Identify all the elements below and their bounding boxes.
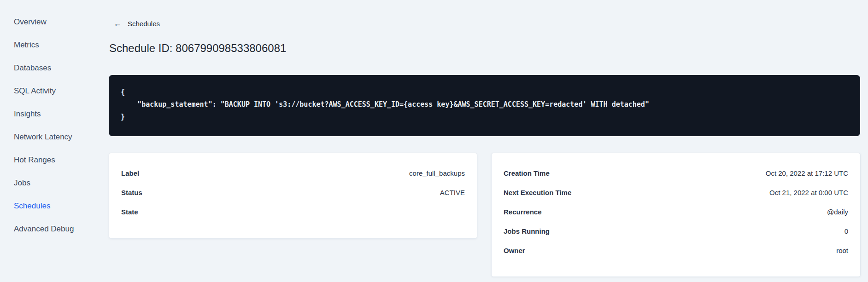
detail-value: Oct 21, 2022 at 0:00 UTC [769,189,848,196]
detail-row-label: Label core_full_backups [121,163,465,183]
sidebar-item-schedules[interactable]: Schedules [0,195,97,218]
detail-label: Status [121,189,142,196]
detail-row-next-execution-time: Next Execution Time Oct 21, 2022 at 0:00… [504,183,848,202]
code-line: { [121,86,848,98]
sidebar-item-insights[interactable]: Insights [0,103,97,126]
detail-row-status: Status ACTIVE [121,183,465,202]
back-link-label: Schedules [128,20,160,28]
detail-label: Label [121,169,139,177]
sidebar-item-databases[interactable]: Databases [0,57,97,80]
detail-value: 0 [845,227,848,235]
detail-value: ACTIVE [440,189,465,196]
page-title: Schedule ID: 806799098533806081 [109,42,286,55]
code-line: "backup_statement": "BACKUP INTO 's3://b… [121,98,848,111]
detail-value: Oct 20, 2022 at 17:12 UTC [766,169,848,177]
schedule-timing-card: Creation Time Oct 20, 2022 at 17:12 UTC … [491,153,861,277]
detail-label: Jobs Running [504,227,550,235]
detail-row-state: State [121,202,465,221]
sidebar-nav: Overview Metrics Databases SQL Activity … [0,0,97,282]
detail-value: core_full_backups [409,169,465,177]
schedule-summary-card: Label core_full_backups Status ACTIVE St… [109,153,477,239]
sidebar-item-advanced-debug[interactable]: Advanced Debug [0,218,97,241]
sidebar-item-overview[interactable]: Overview [0,11,97,34]
detail-label: Creation Time [504,169,550,177]
detail-label: Next Execution Time [504,189,571,196]
sidebar-item-metrics[interactable]: Metrics [0,34,97,57]
sidebar-item-network-latency[interactable]: Network Latency [0,126,97,149]
code-line: } [121,111,848,123]
detail-row-creation-time: Creation Time Oct 20, 2022 at 17:12 UTC [504,163,848,183]
detail-row-jobs-running: Jobs Running 0 [504,221,848,241]
detail-value: root [836,247,848,254]
detail-value: @daily [827,208,848,216]
detail-label: State [121,208,138,216]
sidebar-item-jobs[interactable]: Jobs [0,172,97,195]
sidebar-item-sql-activity[interactable]: SQL Activity [0,80,97,103]
back-to-schedules-link[interactable]: ← Schedules [113,19,160,28]
main-content: ← Schedules Schedule ID: 806799098533806… [109,0,860,282]
detail-label: Owner [504,247,525,254]
detail-row-owner: Owner root [504,241,848,260]
detail-row-recurrence: Recurrence @daily [504,202,848,221]
detail-label: Recurrence [504,208,542,216]
sidebar-item-hot-ranges[interactable]: Hot Ranges [0,149,97,172]
schedule-statement-code-block: { "backup_statement": "BACKUP INTO 's3:/… [109,75,860,136]
back-arrow-icon: ← [113,19,122,28]
